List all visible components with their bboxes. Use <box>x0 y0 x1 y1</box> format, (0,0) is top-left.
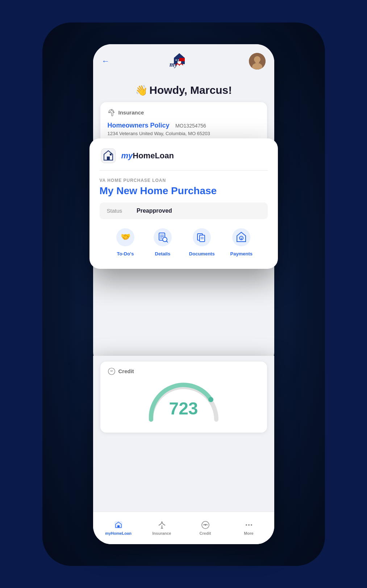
svg-rect-26 <box>200 235 205 242</box>
status-bar-value: Preapproved <box>137 208 172 214</box>
avatar-image <box>249 53 266 70</box>
credit-icon <box>108 367 116 375</box>
credit-label: Credit <box>118 368 134 374</box>
insurance-label: Insurance <box>118 109 144 116</box>
nav-credit[interactable]: Credit <box>184 520 227 535</box>
action-todos[interactable]: 🤝 To-Do's <box>114 226 136 257</box>
credit-section[interactable]: Credit 723 <box>100 362 267 433</box>
greeting-text: Howdy, Marcus! <box>149 84 232 96</box>
svg-point-17 <box>154 228 172 246</box>
brand-homeload: HomeLoan <box>133 151 174 160</box>
brand-my: my <box>121 151 133 160</box>
nav-home-loan[interactable]: myHomeLoan <box>97 520 140 535</box>
action-details[interactable]: Details <box>152 226 174 257</box>
policy-row: Homeowners Policy MO13254756 <box>108 122 260 129</box>
greeting-section: 👋 Howdy, Marcus! <box>93 77 274 102</box>
documents-icon <box>191 226 213 248</box>
insurance-header: Insurance <box>108 109 260 117</box>
svg-point-34 <box>208 397 213 402</box>
svg-rect-10 <box>255 60 259 63</box>
action-documents[interactable]: Documents <box>189 226 215 257</box>
svg-rect-37 <box>117 525 120 527</box>
nav-insurance-label: Insurance <box>153 531 171 535</box>
card-header: myHomeLoan <box>89 138 278 170</box>
loan-title: My New Home Purchase <box>100 185 268 197</box>
payments-label: Payments <box>230 251 253 257</box>
nav-more-label: More <box>244 531 253 535</box>
phone-wrapper: ← ★★ my <box>86 44 281 544</box>
bottom-navigation: myHomeLoan Insurance <box>93 512 274 544</box>
policy-title: Homeowners Policy <box>108 122 170 129</box>
nav-homeloan-icon <box>114 520 123 530</box>
svg-point-41 <box>205 524 206 526</box>
details-label: Details <box>155 251 171 257</box>
nav-insurance[interactable]: Insurance <box>140 520 184 535</box>
home-loan-icon <box>100 147 117 164</box>
svg-marker-1 <box>174 53 185 58</box>
main-loan-card: myHomeLoan VA HOME PURCHASE LOAN My New … <box>89 138 278 269</box>
nav-credit-label: Credit <box>200 531 211 535</box>
policy-number: MO13254756 <box>175 123 206 129</box>
loan-status-bar: Status Preapproved <box>100 203 268 219</box>
svg-point-42 <box>246 524 247 526</box>
status-bar-label: Status <box>107 208 122 214</box>
loan-section: VA HOME PURCHASE LOAN My New Home Purcha… <box>89 171 278 269</box>
nav-more[interactable]: More <box>227 520 271 535</box>
umbrella-icon <box>108 109 116 117</box>
svg-rect-13 <box>107 157 110 160</box>
credit-gauge: 723 <box>108 380 260 427</box>
svg-text:🤝: 🤝 <box>120 232 130 242</box>
avatar[interactable] <box>249 53 266 70</box>
documents-label: Documents <box>189 251 215 257</box>
svg-point-44 <box>251 524 252 526</box>
svg-text:$: $ <box>241 237 242 240</box>
nav-insurance-icon <box>157 520 167 530</box>
bg-phone-header: ← ★★ my <box>93 44 274 77</box>
nav-homeloan-label: myHomeLoan <box>105 531 132 535</box>
todos-icon: 🤝 <box>114 226 136 248</box>
loan-type: VA HOME PURCHASE LOAN <box>100 178 268 183</box>
credit-header: Credit <box>108 367 260 375</box>
payments-icon: $ <box>230 226 252 248</box>
back-button[interactable]: ← <box>102 57 110 66</box>
app-logo: ★★ my <box>165 51 194 71</box>
todos-label: To-Do's <box>117 251 134 257</box>
action-payments[interactable]: $ Payments <box>230 226 253 257</box>
greeting-emoji: 👋 <box>135 85 148 96</box>
action-icons-row: 🤝 To-Do's <box>100 226 268 265</box>
details-icon <box>152 226 174 248</box>
nav-more-icon <box>244 520 254 530</box>
nav-credit-icon <box>201 520 210 530</box>
bottom-phone: Credit 723 <box>93 356 274 544</box>
credit-score: 723 <box>169 399 198 418</box>
brand-label: myHomeLoan <box>121 151 174 160</box>
svg-rect-4 <box>179 58 185 61</box>
svg-rect-14 <box>110 154 112 155</box>
policy-address: 1234 Veterans United Way, Columbia, MO 6… <box>108 131 260 136</box>
outer-background: ← ★★ my <box>42 22 325 566</box>
svg-point-43 <box>248 524 250 526</box>
